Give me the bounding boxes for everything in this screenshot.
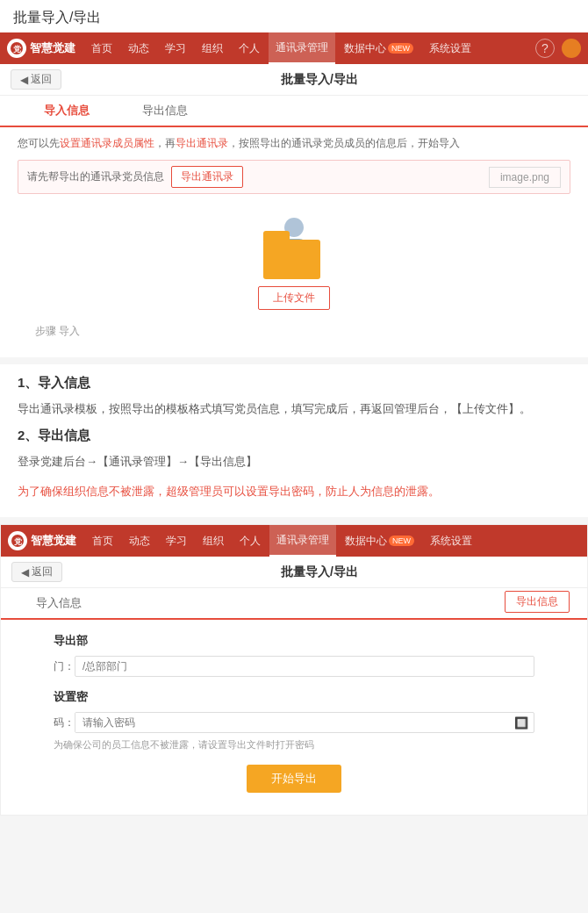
desc-heading-2: 2、导出信息: [18, 428, 570, 444]
nav-settings-1[interactable]: 系统设置: [422, 32, 478, 64]
page-main-title: 批量导入/导出: [0, 0, 588, 32]
password-hint: 为确保公司的员工信息不被泄露，请设置导出文件时打开密码: [54, 738, 534, 751]
password-title: 设置密: [54, 689, 534, 705]
logo-text-2: 智慧觉建: [31, 533, 76, 549]
sub-nav-1: ◀ 返回 批量导入/导出: [0, 64, 588, 96]
password-row: 码： 🔲: [54, 712, 534, 733]
nav-help-1[interactable]: ?: [535, 39, 555, 58]
desc-text-1: 导出通讯录模板，按照导出的模板格式填写党员信息，填写完成后，再返回管理后台，【上…: [18, 399, 570, 419]
logo-icon-1: 党: [7, 39, 26, 58]
sub-nav-2: ◀ 返回 批量导入/导出: [1, 557, 587, 588]
upload-file-btn[interactable]: 上传文件: [258, 286, 330, 310]
password-input-wrapper: 🔲: [75, 712, 534, 733]
nav-home-1[interactable]: 首页: [84, 32, 119, 64]
password-input[interactable]: [75, 713, 509, 732]
export-tabs-wrapper: 导入信息 导出信息: [1, 588, 587, 620]
tab-import-1[interactable]: 导入信息: [18, 96, 116, 127]
data-badge-1: NEW: [388, 43, 413, 54]
tab-export-2[interactable]: 导出信息: [505, 591, 570, 613]
nav-data-2[interactable]: 数据中心 NEW: [338, 525, 421, 557]
export-contacts-link[interactable]: 导出通讯录: [176, 137, 228, 149]
nav-bar-2: 党 智慧觉建 首页 动态 学习 组织 个人 通讯录管理 数据中心 NEW 系统设…: [1, 525, 587, 557]
logo-icon-2: 党: [8, 531, 27, 550]
nav-dynamic-2[interactable]: 动态: [122, 525, 157, 557]
nav-settings-2[interactable]: 系统设置: [423, 525, 479, 557]
tabs-row-1: 导入信息 导出信息: [0, 96, 588, 127]
section-divider-2: [0, 517, 588, 524]
nav-dynamic-1[interactable]: 动态: [121, 32, 156, 64]
svg-text:党: 党: [13, 45, 21, 54]
nav-study-1[interactable]: 学习: [158, 32, 193, 64]
dept-input[interactable]: [75, 656, 534, 677]
import-action-text: 请先帮导出的通讯录党员信息: [27, 169, 164, 184]
section-divider-1: [0, 357, 588, 364]
image-placeholder: image.png: [489, 167, 561, 188]
export-dept-group: 导出部 门：: [54, 633, 534, 677]
back-button-2[interactable]: ◀ 返回: [11, 562, 62, 582]
data-badge-2: NEW: [389, 536, 414, 546]
nav-logo-2: 党 智慧觉建: [8, 531, 76, 550]
desc-block: 1、导入信息 导出通讯录模板，按照导出的模板格式填写党员信息，填写完成后，再返回…: [0, 364, 588, 517]
upload-icon: [259, 218, 329, 279]
import-hint: 您可以先设置通讯录成员属性，再导出通讯录，按照导出的通讯录党员成员的信息后，开始…: [18, 136, 570, 151]
export-dept-title: 导出部: [54, 633, 534, 649]
logo-text-1: 智慧觉建: [30, 40, 75, 56]
tab-import-2[interactable]: 导入信息: [18, 588, 99, 618]
export-dept-row: 门：: [54, 656, 534, 677]
nav-home-2[interactable]: 首页: [85, 525, 120, 557]
desc-text-3: 为了确保组织信息不被泄露，超级管理员可以设置导出密码，防止人为信息的泄露。: [18, 481, 570, 501]
back-arrow-2: ◀: [21, 566, 29, 579]
back-arrow-1: ◀: [20, 74, 28, 86]
export-form-section: 导出部 门： 设置密 码： 🔲 为确保公司的员工信息不被泄露，请设置导出文件时打…: [1, 620, 587, 814]
dept-label: 门：: [54, 659, 69, 674]
tab-export-1[interactable]: 导出信息: [116, 96, 214, 127]
desc-heading-1: 1、导入信息: [18, 375, 570, 392]
sub-title-2: 批量导入/导出: [62, 564, 577, 580]
screenshot1-block: 党 智慧觉建 首页 动态 学习 组织 个人 通讯录管理 数据中心 NEW 系统设…: [0, 32, 588, 357]
nav-bar-1: 党 智慧觉建 首页 动态 学习 组织 个人 通讯录管理 数据中心 NEW 系统设…: [0, 32, 588, 64]
nav-avatar-1[interactable]: [562, 39, 581, 58]
nav-person-2[interactable]: 个人: [233, 525, 268, 557]
nav-org-2[interactable]: 组织: [196, 525, 231, 557]
nav-person-1[interactable]: 个人: [232, 32, 267, 64]
desc-text-2: 登录党建后台→【通讯录管理】→【导出信息】: [18, 451, 570, 471]
start-export-btn[interactable]: 开始导出: [247, 765, 341, 793]
folder-body: [263, 240, 320, 279]
import-section: 您可以先设置通讯录成员属性，再导出通讯录，按照导出的通讯录党员成员的信息后，开始…: [0, 127, 588, 357]
nav-contacts-1[interactable]: 通讯录管理: [269, 32, 335, 64]
import-action-row: 请先帮导出的通讯录党员信息 导出通讯录 image.png: [18, 160, 570, 194]
password-label: 码：: [54, 715, 69, 730]
nav-contacts-2[interactable]: 通讯录管理: [269, 525, 336, 557]
svg-text:党: 党: [14, 537, 22, 546]
password-group: 设置密 码： 🔲 为确保公司的员工信息不被泄露，请设置导出文件时打开密码: [54, 689, 534, 751]
upload-area: 上传文件: [18, 205, 570, 319]
nav-org-1[interactable]: 组织: [195, 32, 230, 64]
set-attr-link[interactable]: 设置通讯录成员属性: [60, 137, 154, 149]
screenshot2-block: 党 智慧觉建 首页 动态 学习 组织 个人 通讯录管理 数据中心 NEW 系统设…: [0, 524, 588, 815]
steps-text: 步骤 导入: [18, 319, 570, 344]
export-contacts-btn[interactable]: 导出通讯录: [171, 166, 243, 188]
nav-logo-1: 党 智慧觉建: [7, 39, 75, 58]
nav-data-1[interactable]: 数据中心 NEW: [337, 32, 420, 64]
back-button-1[interactable]: ◀ 返回: [11, 69, 61, 90]
nav-study-2[interactable]: 学习: [159, 525, 194, 557]
eye-icon[interactable]: 🔲: [509, 716, 534, 730]
sub-title-1: 批量导入/导出: [61, 72, 577, 88]
